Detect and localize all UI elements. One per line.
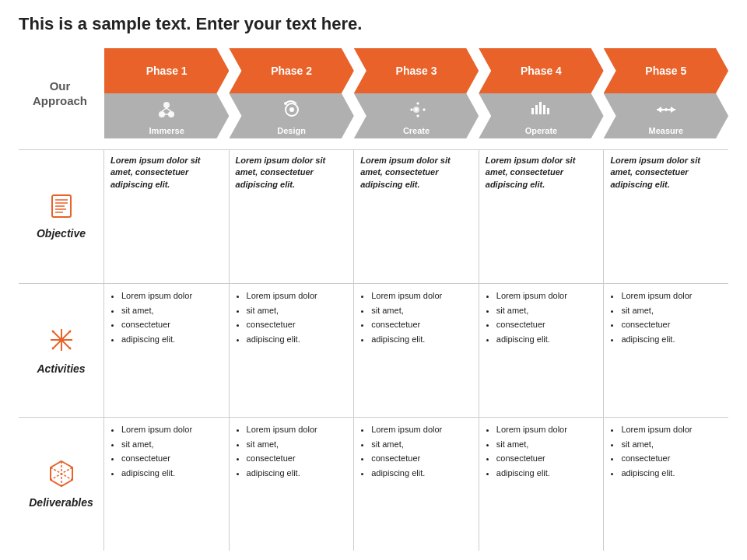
svg-rect-11 [531, 108, 534, 114]
deliverables-icon [49, 460, 74, 493]
activities-cell-3: Lorem ipsum dolor sit amet, consectetuer… [354, 284, 479, 417]
phase-2-top: Phase 2 [229, 48, 353, 93]
activities-data-cells: Lorem ipsum dolor sit amet, consectetuer… [104, 284, 728, 417]
deliverables-cell-4: Lorem ipsum dolor sit amet, consectetuer… [479, 418, 605, 551]
svg-rect-15 [547, 108, 549, 114]
table-row-deliverables: Deliverables Lorem ipsum dolor sit amet,… [19, 418, 728, 551]
svg-rect-12 [535, 105, 538, 114]
phase-4-sub: Operate [525, 126, 558, 135]
phase-4-icon [528, 97, 553, 126]
phases-section: OurApproach Phase 1 [19, 47, 728, 140]
phase-2-name: Phase 2 [271, 65, 312, 77]
objective-icon [49, 194, 74, 224]
approach-label: OurApproach [19, 79, 104, 109]
phase-1-bottom: Immerse [104, 93, 229, 138]
phases-arrows: Phase 1 Immerse [104, 47, 728, 140]
table-row-objective: Objective Lorem ipsum dolor sit amet, co… [19, 150, 728, 284]
objective-cell-5: Lorem ipsum dolor sit amet, consectetuer… [604, 150, 728, 283]
activities-cell-4: Lorem ipsum dolor sit amet, consectetuer… [479, 284, 605, 417]
svg-point-7 [289, 107, 294, 112]
svg-point-8 [284, 102, 287, 105]
svg-rect-13 [539, 102, 542, 114]
objective-label-cell: Objective [19, 150, 104, 283]
deliverables-cell-5: Lorem ipsum dolor sit amet, consectetuer… [604, 418, 728, 551]
activities-icon [47, 326, 75, 359]
phase-1-icon [154, 97, 179, 126]
deliverables-label: Deliverables [29, 496, 93, 509]
phase-1-top: Phase 1 [104, 48, 229, 93]
phase-2-sub: Design [277, 126, 306, 135]
phase-5-name: Phase 5 [645, 65, 686, 77]
svg-line-3 [162, 108, 167, 111]
phase-4-top: Phase 4 [479, 48, 603, 93]
table-row-activities: Activities Lorem ipsum dolor sit amet, c… [19, 284, 728, 418]
activities-cell-1: Lorem ipsum dolor sit amet, consectetuer… [104, 284, 230, 417]
page-title: This is a sample text. Enter your text h… [19, 14, 728, 34]
phase-3-sub: Create [403, 126, 430, 135]
svg-point-19 [665, 108, 668, 111]
deliverables-cell-2: Lorem ipsum dolor sit amet, consectetuer… [230, 418, 355, 551]
table-section: Objective Lorem ipsum dolor sit amet, co… [19, 149, 728, 551]
svg-point-20 [661, 108, 663, 110]
phase-3-icon [404, 97, 429, 126]
phase-3-bottom: Create [354, 93, 479, 138]
phase-2-bottom: Design [229, 93, 353, 138]
svg-point-36 [59, 338, 64, 342]
phase-5-top: Phase 5 [604, 48, 728, 93]
phase-5-bottom: Measure [604, 93, 728, 138]
phase-5-sub: Measure [649, 126, 684, 135]
phase-5: Phase 5 Measure [604, 48, 728, 138]
objective-data-cells: Lorem ipsum dolor sit amet, consectetuer… [104, 150, 728, 283]
phase-1: Phase 1 Immerse [104, 48, 229, 138]
phase-1-name: Phase 1 [146, 65, 188, 77]
phase-3-top: Phase 3 [354, 48, 479, 93]
svg-point-10 [415, 108, 418, 111]
svg-marker-18 [671, 107, 675, 113]
phase-2-icon [279, 97, 304, 126]
deliverables-data-cells: Lorem ipsum dolor sit amet, consectetuer… [104, 418, 728, 551]
objective-label: Objective [37, 227, 86, 240]
phase-3: Phase 3 Create [354, 48, 479, 138]
activities-label-cell: Activities [19, 284, 104, 417]
svg-rect-14 [543, 105, 545, 114]
activities-cell-5: Lorem ipsum dolor sit amet, consectetuer… [604, 284, 728, 417]
objective-cell-1: Lorem ipsum dolor sit amet, consectetuer… [104, 150, 230, 283]
deliverables-label-cell: Deliverables [19, 418, 104, 551]
page: This is a sample text. Enter your text h… [0, 0, 747, 560]
svg-point-0 [163, 102, 170, 108]
deliverables-cell-1: Lorem ipsum dolor sit amet, consectetuer… [104, 418, 230, 551]
objective-cell-3: Lorem ipsum dolor sit amet, consectetuer… [354, 150, 479, 283]
svg-point-21 [668, 108, 671, 110]
svg-line-4 [167, 108, 171, 111]
phase-2: Phase 2 Design [229, 48, 353, 138]
phase-1-sub: Immerse [149, 126, 184, 135]
phase-4-bottom: Operate [479, 93, 603, 138]
activities-cell-2: Lorem ipsum dolor sit amet, consectetuer… [230, 284, 355, 417]
phase-3-name: Phase 3 [396, 65, 437, 77]
deliverables-cell-3: Lorem ipsum dolor sit amet, consectetuer… [354, 418, 479, 551]
phase-5-icon [654, 97, 679, 126]
objective-cell-4: Lorem ipsum dolor sit amet, consectetuer… [479, 150, 605, 283]
phase-4-name: Phase 4 [521, 65, 562, 77]
svg-marker-17 [657, 107, 661, 113]
phase-4: Phase 4 Operate [479, 48, 603, 138]
activities-label: Activities [37, 362, 85, 375]
objective-cell-2: Lorem ipsum dolor sit amet, consectetuer… [230, 150, 355, 283]
